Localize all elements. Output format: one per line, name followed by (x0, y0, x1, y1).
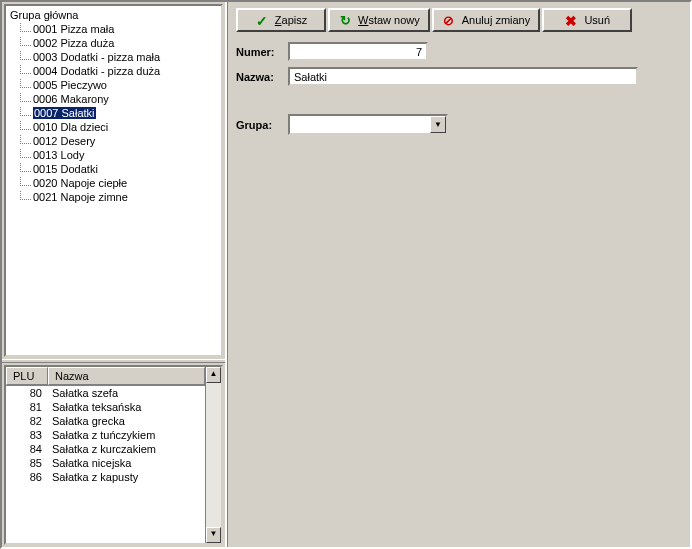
grupa-combo[interactable]: ▼ (288, 114, 448, 135)
horizontal-splitter[interactable] (2, 359, 225, 363)
cell-nazwa: Sałatka z kapusty (48, 471, 205, 483)
cell-plu: 83 (6, 429, 48, 441)
table-row[interactable]: 86Sałatka z kapusty (6, 470, 205, 484)
tree-item[interactable]: 0006 Makarony (16, 92, 221, 106)
scroll-track[interactable] (206, 383, 221, 527)
tree-item-label: 0002 Pizza duża (33, 37, 114, 49)
save-label-rest: apisz (282, 14, 308, 26)
cancel-button[interactable]: ⊘ Anuluj zmiany (432, 8, 540, 32)
cell-nazwa: Sałatka grecka (48, 415, 205, 427)
tree-item-label: 0003 Dodatki - pizza mała (33, 51, 160, 63)
scroll-down-icon[interactable]: ▼ (206, 527, 221, 543)
insert-button[interactable]: ↻ Wstaw nowy (328, 8, 430, 32)
cell-nazwa: Sałatka z kurczakiem (48, 443, 205, 455)
tree-item-label: 0021 Napoje zimne (33, 191, 128, 203)
table-row[interactable]: 83Sałatka z tuńczykiem (6, 428, 205, 442)
table-row[interactable]: 81Sałatka teksańska (6, 400, 205, 414)
scroll-up-icon[interactable]: ▲ (206, 367, 221, 383)
nazwa-input[interactable] (288, 67, 638, 86)
cell-plu: 80 (6, 387, 48, 399)
tree-item[interactable]: 0012 Desery (16, 134, 221, 148)
table-row[interactable]: 82Sałatka grecka (6, 414, 205, 428)
save-button[interactable]: ✓ Zapisz (236, 8, 326, 32)
cell-plu: 81 (6, 401, 48, 413)
save-label-u: Z (275, 14, 282, 26)
delete-button[interactable]: ✖ Usuń (542, 8, 632, 32)
no-entry-icon: ⊘ (442, 13, 456, 27)
app-window: Grupa główna 0001 Pizza mała0002 Pizza d… (0, 0, 692, 549)
table-row[interactable]: 85Sałatka nicejska (6, 456, 205, 470)
cell-nazwa: Sałatka teksańska (48, 401, 205, 413)
tree-item-label: 0012 Desery (33, 135, 95, 147)
tree-item[interactable]: 0021 Napoje zimne (16, 190, 221, 204)
grupa-row: Grupa: ▼ (236, 114, 682, 135)
grupa-label: Grupa: (236, 119, 288, 131)
nazwa-row: Nazwa: (236, 67, 682, 86)
tree-item-label: 0013 Lody (33, 149, 84, 161)
tree-item-label: 0010 Dla dzieci (33, 121, 108, 133)
insert-label-u: W (358, 14, 368, 26)
plu-table: PLU Nazwa 80Sałatka szefa81Sałatka teksa… (4, 365, 223, 545)
tree-item[interactable]: 0010 Dla dzieci (16, 120, 221, 134)
table-header: PLU Nazwa (6, 367, 205, 386)
tree-item-label: 0001 Pizza mała (33, 23, 114, 35)
tree-item-label: 0020 Napoje ciepłe (33, 177, 127, 189)
insert-label-rest: staw nowy (368, 14, 419, 26)
cancel-label: Anuluj zmiany (462, 14, 530, 26)
tree-item-label: 0015 Dodatki (33, 163, 98, 175)
delete-label: Usuń (584, 14, 610, 26)
tree-item-label: 0004 Dodatki - pizza duża (33, 65, 160, 77)
tree-item[interactable]: 0007 Sałatki (16, 106, 221, 120)
cell-plu: 85 (6, 457, 48, 469)
group-tree[interactable]: Grupa główna 0001 Pizza mała0002 Pizza d… (4, 4, 223, 357)
toolbar: ✓ Zapisz ↻ Wstaw nowy ⊘ Anuluj zmiany ✖ … (236, 8, 682, 32)
table-row[interactable]: 80Sałatka szefa (6, 386, 205, 400)
left-column: Grupa główna 0001 Pizza mała0002 Pizza d… (2, 2, 227, 547)
tree-root[interactable]: Grupa główna (6, 8, 221, 22)
x-icon: ✖ (564, 13, 578, 27)
nazwa-label: Nazwa: (236, 71, 288, 83)
refresh-icon: ↻ (338, 13, 352, 27)
cell-nazwa: Sałatka z tuńczykiem (48, 429, 205, 441)
tree-item-label: 0005 Pieczywo (33, 79, 107, 91)
tree-item[interactable]: 0002 Pizza duża (16, 36, 221, 50)
grupa-combo-text (290, 116, 430, 133)
cell-plu: 84 (6, 443, 48, 455)
chevron-down-icon[interactable]: ▼ (430, 116, 446, 133)
tree-item[interactable]: 0005 Pieczywo (16, 78, 221, 92)
numer-label: Numer: (236, 46, 288, 58)
col-nazwa[interactable]: Nazwa (48, 367, 205, 385)
cell-plu: 82 (6, 415, 48, 427)
cell-nazwa: Sałatka nicejska (48, 457, 205, 469)
cell-nazwa: Sałatka szefa (48, 387, 205, 399)
table-scrollbar[interactable]: ▲ ▼ (205, 367, 221, 543)
col-plu[interactable]: PLU (6, 367, 48, 385)
tree-item[interactable]: 0013 Lody (16, 148, 221, 162)
tree-item[interactable]: 0003 Dodatki - pizza mała (16, 50, 221, 64)
table-row[interactable]: 84Sałatka z kurczakiem (6, 442, 205, 456)
check-icon: ✓ (255, 13, 269, 27)
tree-item[interactable]: 0020 Napoje ciepłe (16, 176, 221, 190)
right-column: ✓ Zapisz ↻ Wstaw nowy ⊘ Anuluj zmiany ✖ … (227, 2, 690, 547)
cell-plu: 86 (6, 471, 48, 483)
tree-item-label: 0007 Sałatki (33, 107, 96, 119)
numer-input[interactable] (288, 42, 428, 61)
tree-item-label: 0006 Makarony (33, 93, 109, 105)
numer-row: Numer: (236, 42, 682, 61)
tree-item[interactable]: 0001 Pizza mała (16, 22, 221, 36)
tree-item[interactable]: 0015 Dodatki (16, 162, 221, 176)
tree-item[interactable]: 0004 Dodatki - pizza duża (16, 64, 221, 78)
